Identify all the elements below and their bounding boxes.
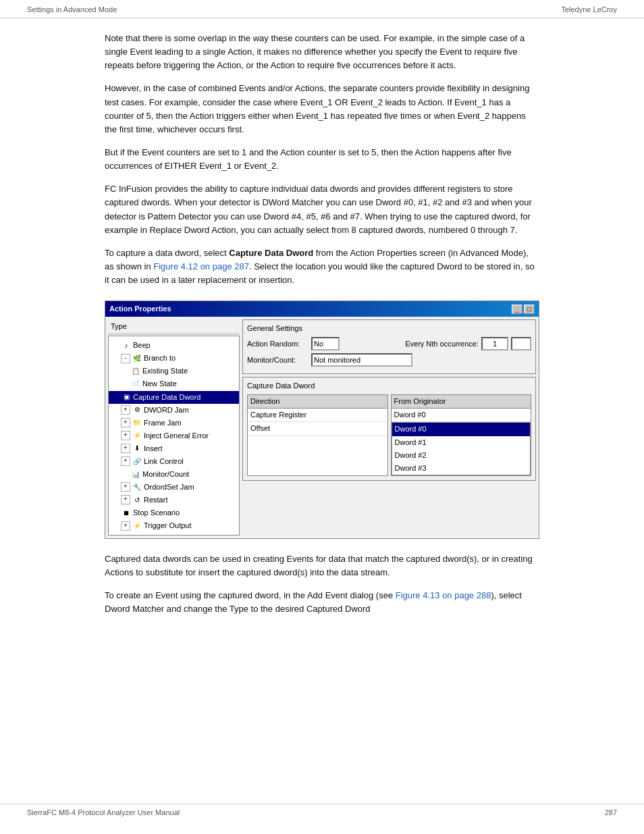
restart-expander[interactable]: +: [121, 495, 130, 504]
cdd-from-originator-header: From Originator: [392, 395, 531, 409]
trigger-output-expander[interactable]: +: [121, 521, 130, 531]
tree-item-link-control[interactable]: + 🔗 Link Control: [109, 455, 239, 468]
dword-jam-label: DWORD Jam: [144, 405, 189, 416]
header-left: Settings in Advanced Mode: [27, 5, 117, 14]
tree-item-capture-data-dword[interactable]: ▣ Capture Data Dword: [109, 391, 239, 404]
cdd-dropdown-dword3[interactable]: Dword #3: [392, 462, 531, 475]
tree-item-trigger-output[interactable]: + ⚡ Trigger Output: [109, 519, 239, 532]
cdd-direction-header: Direction: [248, 395, 387, 409]
trigger-output-icon: ⚡: [132, 521, 142, 531]
frame-jam-icon: 📁: [132, 418, 142, 427]
type-panel: Type ♪ Beep - 🌿 Branch to 📋: [108, 319, 240, 536]
cdd-left-column: Direction Capture Register Offset: [247, 394, 388, 475]
action-random-label: Action Random:: [247, 338, 311, 350]
capture-data-dword-grid: Direction Capture Register Offset From O…: [247, 394, 531, 475]
restart-icon: ↺: [132, 495, 142, 504]
stop-scenario-label: Stop Scenario: [133, 507, 180, 519]
existing-state-label: Existing State: [142, 365, 188, 377]
insert-label: Insert: [144, 443, 163, 454]
paragraph-2: However, in the case of combined Events …: [105, 82, 539, 136]
every-nth-label: Every Nth occurrence:: [405, 338, 479, 350]
ordordset-jam-icon: 🔧: [132, 482, 142, 492]
ordordset-jam-label: OrdordSet Jam: [144, 481, 194, 493]
paragraph-3: But if the Event counters are set to 1 a…: [105, 146, 539, 173]
tree-item-branch-to[interactable]: - 🌿 Branch to: [109, 352, 239, 365]
figure-413-link[interactable]: Figure 4.13 on page 288: [396, 590, 491, 600]
dword-jam-icon: ⚙: [132, 405, 142, 415]
maximize-button[interactable]: □: [524, 305, 535, 314]
main-content: Note that there is some overlap in the w…: [0, 18, 644, 640]
monitor-count-row-label: Monitor/Count:: [247, 355, 311, 366]
cdd-offset-row[interactable]: Offset: [248, 422, 387, 436]
after-paragraph-2: To create an Event using the captured dw…: [105, 589, 539, 616]
cdd-dropdown-dword2[interactable]: Dword #2: [392, 449, 531, 462]
inject-general-error-icon: ⚡: [132, 431, 142, 440]
figure-412-link[interactable]: Figure 4.12 on page 287: [153, 261, 249, 271]
every-nth-select-wrapper: [511, 337, 531, 350]
monitor-count-label: Monitor/Count: [142, 469, 189, 480]
page-footer: SierraFC M8-4 Protocol Analyzer User Man…: [0, 804, 644, 820]
every-nth-row: Every Nth occurrence:: [340, 337, 531, 350]
cdd-dword0-value[interactable]: Dword #0: [392, 409, 531, 422]
ap-titlebar-buttons: _ □: [512, 305, 535, 314]
paragraph-5: To capture a data dword, select Capture …: [105, 246, 539, 287]
capture-data-dword-bold: Capture Data Dword: [229, 248, 313, 258]
cdd-capture-register-row[interactable]: Capture Register: [248, 409, 387, 422]
inject-general-error-label: Inject General Error: [144, 430, 209, 442]
action-random-row: Action Random: No Yes Every Nth occurren…: [247, 337, 531, 350]
tree-item-frame-jam[interactable]: + 📁 Frame Jam: [109, 417, 239, 429]
restart-label: Restart: [144, 494, 167, 506]
minimize-button[interactable]: _: [512, 305, 522, 314]
capture-data-dword-icon: ▣: [121, 392, 132, 402]
tree-item-new-state[interactable]: 📄 New State: [109, 377, 239, 390]
tree-item-monitor-count[interactable]: 📊 Monitor/Count: [109, 468, 239, 481]
action-random-select-wrapper: No Yes: [311, 337, 340, 350]
cdd-dropdown-list: Dword #0 Dword #1 Dword #2 Dword #3: [392, 422, 531, 475]
every-nth-input[interactable]: [481, 337, 508, 350]
tree-item-insert[interactable]: + ⬇ Insert: [109, 442, 239, 455]
ap-titlebar: Action Properties _ □: [105, 301, 539, 317]
branch-to-expander[interactable]: -: [121, 354, 130, 363]
tree-item-stop-scenario[interactable]: ⏹ Stop Scenario: [109, 506, 239, 519]
tree-item-dword-jam[interactable]: + ⚙ DWORD Jam: [109, 404, 239, 417]
every-nth-select[interactable]: [511, 337, 531, 350]
link-control-label: Link Control: [144, 456, 184, 467]
cdd-right-column: From Originator Dword #0 Dword #0 Dword …: [391, 394, 532, 475]
ap-body: Type ♪ Beep - 🌿 Branch to 📋: [105, 317, 539, 538]
paragraph-4: FC InFusion provides the ability to capt…: [105, 182, 539, 237]
ap-title: Action Properties: [109, 303, 171, 315]
action-random-select[interactable]: No Yes: [311, 337, 340, 350]
frame-jam-expander[interactable]: +: [121, 418, 130, 427]
trigger-output-label: Trigger Output: [144, 520, 192, 531]
link-control-icon: 🔗: [132, 457, 142, 466]
existing-state-icon: 📋: [130, 367, 141, 376]
beep-label: Beep: [133, 340, 151, 351]
monitor-count-select[interactable]: Not monitored: [311, 353, 412, 367]
insert-expander[interactable]: +: [121, 444, 130, 453]
new-state-label: New State: [142, 378, 177, 390]
paragraph-1: Note that there is some overlap in the w…: [105, 32, 539, 72]
action-properties-window: Action Properties _ □ Type ♪ Beep: [105, 301, 539, 539]
cdd-dropdown-dword0[interactable]: Dword #0: [392, 423, 531, 436]
stop-scenario-icon: ⏹: [121, 508, 132, 517]
tree-item-existing-state[interactable]: 📋 Existing State: [109, 365, 239, 377]
tree-item-ordordset-jam[interactable]: + 🔧 OrdordSet Jam: [109, 481, 239, 494]
branch-to-label: Branch to: [144, 353, 176, 364]
inject-general-error-expander[interactable]: +: [121, 431, 130, 440]
tree-item-restart[interactable]: + ↺ Restart: [109, 494, 239, 506]
insert-icon: ⬇: [132, 444, 142, 453]
footer-right: 287: [605, 808, 617, 816]
after-paragraph-1: Captured data dwords can be used in crea…: [105, 552, 539, 579]
tree-item-inject-general-error[interactable]: + ⚡ Inject General Error: [109, 429, 239, 442]
tree-panel: ♪ Beep - 🌿 Branch to 📋 Existing State: [108, 336, 240, 536]
tree-item-beep[interactable]: ♪ Beep: [109, 339, 239, 352]
page-header: Settings in Advanced Mode Teledyne LeCro…: [0, 0, 644, 18]
capture-data-dword-section: Capture Data Dword Direction Capture Reg…: [242, 377, 536, 480]
frame-jam-label: Frame Jam: [144, 417, 182, 429]
cdd-dropdown-dword1[interactable]: Dword #1: [392, 436, 531, 449]
dword-jam-expander[interactable]: +: [121, 405, 130, 415]
branch-to-icon: 🌿: [132, 354, 142, 363]
monitor-count-row: Monitor/Count: Not monitored: [247, 353, 531, 367]
link-control-expander[interactable]: +: [121, 457, 130, 466]
ordordset-jam-expander[interactable]: +: [121, 482, 130, 492]
